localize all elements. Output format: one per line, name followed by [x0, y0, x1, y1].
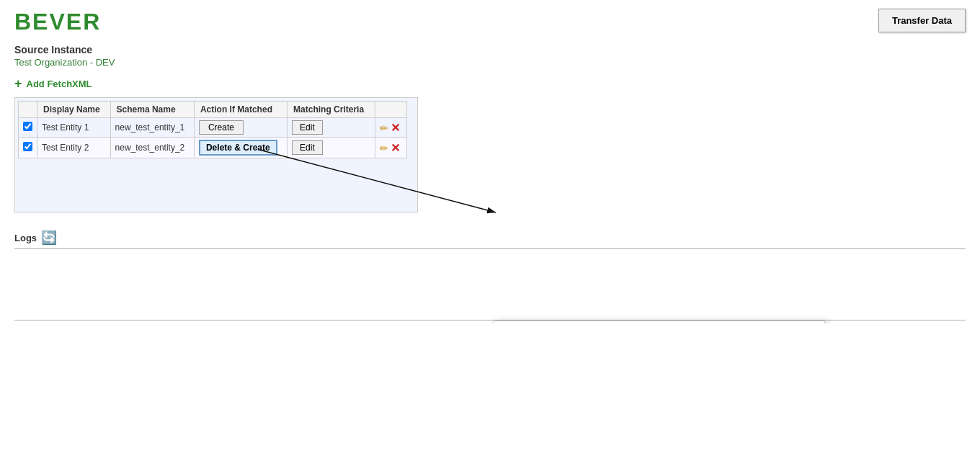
row2-delete-icon[interactable]: ✕ — [391, 142, 400, 154]
row1-delete-icon[interactable]: ✕ — [391, 122, 400, 134]
row1-action-button[interactable]: Create — [199, 120, 244, 135]
row2-icons: ✏ ✕ — [375, 138, 407, 158]
logo: BEVER — [14, 9, 101, 35]
col-actions — [375, 102, 407, 118]
row2-checkbox-cell — [19, 138, 37, 158]
logs-label: Logs 🔄 — [14, 230, 966, 246]
row2-matching-cell: Edit — [288, 138, 375, 158]
row1-edit-button[interactable]: Edit — [292, 120, 323, 135]
main-area: Display Name Schema Name Action If Match… — [14, 97, 966, 212]
header: BEVER Transfer Data — [0, 0, 980, 41]
plus-icon: + — [14, 76, 22, 91]
row1-checkbox[interactable] — [23, 122, 32, 131]
col-display-name: Display Name — [37, 102, 111, 118]
row2-action-cell: Delete & Create — [194, 138, 287, 158]
add-fetchxml-label: Add FetchXML — [27, 79, 92, 89]
row2-checkbox[interactable] — [23, 142, 32, 151]
col-schema-name: Schema Name — [110, 102, 194, 118]
row2-edit-button[interactable]: Edit — [292, 140, 323, 155]
add-fetchxml-button[interactable]: + Add FetchXML — [14, 76, 966, 91]
source-instance-value: Test Organization - DEV — [14, 57, 966, 68]
row1-display-name: Test Entity 1 — [37, 118, 111, 138]
row1-matching-cell: Edit — [288, 118, 375, 138]
row2-pencil-icon[interactable]: ✏ — [380, 143, 388, 154]
logs-area — [14, 248, 966, 320]
matching-action-dialog: Matching Action x Don't delete matched t… — [494, 320, 825, 323]
source-instance-label: Source Instance — [14, 44, 966, 55]
entity-table-container: Display Name Schema Name Action If Match… — [14, 97, 418, 212]
source-section: Source Instance Test Organization - DEV — [0, 41, 980, 68]
row1-icons: ✏ ✕ — [375, 118, 407, 138]
dialog-title-bar: Matching Action x — [494, 321, 824, 323]
logs-text: Logs — [14, 233, 37, 243]
col-checkbox — [19, 102, 37, 118]
row2-schema-name: new_test_entity_2 — [110, 138, 194, 158]
transfer-data-button[interactable]: Transfer Data — [878, 9, 966, 32]
table-row: Test Entity 2 new_test_entity_2 Delete &… — [19, 138, 407, 158]
col-action-matched: Action If Matched — [194, 102, 287, 118]
entity-table: Display Name Schema Name Action If Match… — [18, 101, 407, 158]
row2-display-name: Test Entity 2 — [37, 138, 111, 158]
row1-checkbox-cell — [19, 118, 37, 138]
col-matching-criteria: Matching Criteria — [288, 102, 375, 118]
table-row: Test Entity 1 new_test_entity_1 Create E… — [19, 118, 407, 138]
row1-schema-name: new_test_entity_1 — [110, 118, 194, 138]
row1-pencil-icon[interactable]: ✏ — [380, 122, 388, 134]
logs-section: Logs 🔄 — [0, 227, 980, 323]
fetch-section: + Add FetchXML Display Name Schema Name … — [0, 68, 980, 221]
row2-action-button[interactable]: Delete & Create — [199, 140, 277, 156]
logs-icon: 🔄 — [41, 230, 57, 246]
row1-action-cell: Create — [194, 118, 287, 138]
